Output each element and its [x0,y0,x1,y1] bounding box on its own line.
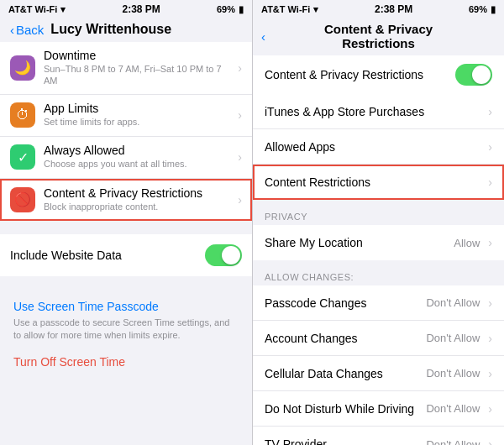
cellular-changes-item[interactable]: Cellular Data Changes Don't Allow › [253,356,504,391]
account-changes-title: Account Changes [265,332,426,345]
right-battery: 69% [469,4,487,14]
website-data-section: Include Website Data [0,234,252,276]
passcode-changes-item[interactable]: Passcode Changes Don't Allow › [253,285,504,321]
left-back-chevron: ‹ [10,23,14,37]
content-privacy-icon-bg: 🚫 [10,187,35,212]
passcode-description: Use a passcode to secure Screen Time set… [0,317,252,353]
right-battery-icon: ▮ [491,4,496,15]
privacy-list: Share My Location Allow › [253,225,504,260]
app-limits-chevron: › [238,108,242,122]
content-privacy-toggle-label: Content & Privacy Restrictions [265,68,455,81]
downtime-chevron: › [238,61,242,75]
left-nav-bar: ‹ Back Lucy Writtenhouse [0,18,252,42]
always-allowed-chevron: › [238,150,242,164]
cellular-changes-title: Cellular Data Changes [265,367,426,380]
website-toggle-knob [222,246,240,264]
itunes-purchases-item[interactable]: iTunes & App Store Purchases › [253,94,504,129]
tv-provider-value: Don't Allow [426,438,480,446]
always-allowed-title: Always Allowed [44,144,233,157]
left-back-button[interactable]: ‹ Back [10,23,44,37]
tv-provider-title: TV Provider [265,437,426,445]
passcode-changes-title: Passcode Changes [265,296,426,310]
cellular-changes-value: Don't Allow [426,367,480,380]
content-restrictions-item[interactable]: Content Restrictions › [253,165,504,200]
list-item-always-allowed[interactable]: ✓ Always Allowed Choose apps you want at… [0,137,252,179]
list-item-downtime[interactable]: 🌙 Downtime Sun–Thu 8 PM to 7 AM, Fri–Sat… [0,42,252,95]
passcode-changes-value: Don't Allow [426,296,480,309]
itunes-title: iTunes & App Store Purchases [265,105,483,118]
allowed-apps-item[interactable]: Allowed Apps › [253,129,504,165]
content-restrictions-chevron: › [488,175,492,189]
list-item-app-limits[interactable]: ⏱ App Limits Set time limits for apps. › [0,95,252,137]
content-privacy-subtitle: Block inappropriate content. [44,201,233,212]
app-limits-subtitle: Set time limits for apps. [44,116,233,128]
content-privacy-toggle[interactable] [455,64,492,86]
left-time: 2:38 PM [122,3,160,15]
privacy-header: PRIVACY [253,200,504,225]
left-nav-title: Lucy Writtenhouse [50,22,171,37]
right-status-bar: AT&T Wi-Fi ▾ 2:38 PM 69% ▮ [253,0,504,18]
left-panel: AT&T Wi-Fi ▾ 2:38 PM 69% ▮ ‹ Back Lucy W… [0,0,252,445]
right-wifi-icon: ▾ [313,4,318,15]
do-not-disturb-item[interactable]: Do Not Disturb While Driving Don't Allow… [253,391,504,427]
share-location-title: Share My Location [265,236,454,249]
website-data-title: Include Website Data [10,249,205,262]
website-data-content: Include Website Data [10,249,205,262]
right-nav-title: Content & Privacy Restrictions [263,22,494,50]
app-limits-content: App Limits Set time limits for apps. [44,102,233,128]
left-battery: 69% [217,4,235,14]
left-carrier: AT&T Wi-Fi [8,4,57,14]
website-data-toggle[interactable] [205,244,242,266]
right-back-chevron: ‹ [261,29,265,44]
share-location-chevron: › [488,236,492,249]
content-privacy-toggle-knob [472,65,491,84]
allowed-apps-title: Allowed Apps [265,140,483,154]
left-main-list: 🌙 Downtime Sun–Thu 8 PM to 7 AM, Fri–Sat… [0,42,252,221]
allow-changes-header: ALLOW CHANGES: [253,260,504,285]
left-back-label: Back [16,23,44,37]
tv-provider-item[interactable]: TV Provider Don't Allow › [253,427,504,445]
allowed-apps-chevron: › [488,140,492,154]
app-limits-title: App Limits [44,102,233,115]
right-main-list: iTunes & App Store Purchases › Allowed A… [253,94,504,200]
right-carrier: AT&T Wi-Fi [261,4,310,14]
right-top-section: Content & Privacy Restrictions [253,55,504,94]
downtime-icon-bg: 🌙 [10,55,35,81]
do-not-disturb-title: Do Not Disturb While Driving [265,402,426,416]
do-not-disturb-chevron: › [488,402,492,416]
right-back-button[interactable]: ‹ [261,29,265,44]
content-privacy-toggle-item[interactable]: Content & Privacy Restrictions [253,55,504,94]
downtime-icon: 🌙 [14,60,31,76]
allow-changes-list: Passcode Changes Don't Allow › Account C… [253,285,504,445]
content-privacy-content: Content & Privacy Restrictions Block ina… [44,186,233,212]
always-allowed-icon-bg: ✓ [10,144,35,170]
turn-off-screen-time[interactable]: Turn Off Screen Time [0,352,252,379]
account-changes-value: Don't Allow [426,332,480,344]
share-location-item[interactable]: Share My Location Allow › [253,225,504,260]
passcode-link[interactable]: Use Screen Time Passcode [0,290,252,317]
account-changes-item[interactable]: Account Changes Don't Allow › [253,321,504,356]
content-privacy-icon: 🚫 [14,191,31,207]
always-allowed-content: Always Allowed Choose apps you want at a… [44,144,233,170]
left-wifi-icon: ▾ [60,4,66,15]
do-not-disturb-value: Don't Allow [426,402,480,415]
include-website-item[interactable]: Include Website Data [0,234,252,276]
app-limits-icon-bg: ⏱ [10,102,35,128]
right-panel: AT&T Wi-Fi ▾ 2:38 PM 69% ▮ ‹ Content & P… [252,0,504,445]
content-privacy-title: Content & Privacy Restrictions [44,186,233,200]
right-status-right: 69% ▮ [469,4,496,15]
gap-1 [0,221,252,234]
gap-2 [0,276,252,290]
itunes-chevron: › [488,105,492,118]
downtime-title: Downtime [44,49,233,62]
cellular-changes-chevron: › [488,367,492,380]
content-restrictions-title: Content Restrictions [265,175,483,189]
passcode-changes-chevron: › [488,296,492,310]
always-allowed-subtitle: Choose apps you want at all times. [44,158,233,170]
list-item-content-privacy[interactable]: 🚫 Content & Privacy Restrictions Block i… [0,179,252,221]
always-allowed-icon: ✓ [18,149,29,165]
account-changes-chevron: › [488,332,492,345]
tv-provider-chevron: › [488,437,492,445]
left-status-left: AT&T Wi-Fi ▾ [8,4,66,15]
left-status-right: 69% ▮ [217,4,244,15]
